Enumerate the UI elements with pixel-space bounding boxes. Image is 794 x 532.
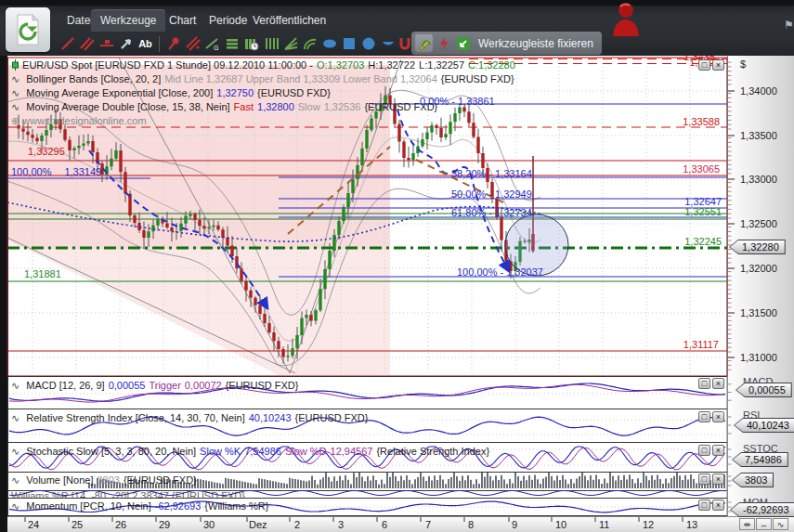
time-tick: 8 bbox=[468, 519, 474, 530]
macd-restore-button[interactable]: □ bbox=[698, 378, 710, 389]
fib-label: 0,00% - 1,33861 bbox=[420, 96, 495, 107]
flag-icon[interactable]: ⚑ bbox=[784, 19, 794, 32]
axis-tick: 1,31000 bbox=[740, 352, 777, 363]
toolbar-separator bbox=[159, 36, 160, 52]
axis-tick: 1,33000 bbox=[740, 174, 777, 185]
current-price-tag: 1,32280 bbox=[729, 240, 786, 254]
time-tick: 7 bbox=[425, 519, 431, 530]
indicator-icon: ∿ bbox=[11, 474, 20, 486]
momentum-header: ∿ Momentum [PCR, 10, Nein]-62,92693{Will… bbox=[11, 500, 272, 513]
volume-close-button[interactable]: × bbox=[712, 474, 724, 485]
tradesignal-window: EUR/USD Spot [EURUSD FXD 1 Stunde] 09.12… bbox=[0, 0, 794, 532]
floating-toolbar-tab: Werkzeugleiste fixieren bbox=[411, 32, 602, 55]
indicator-icon: ∿ bbox=[11, 446, 20, 457]
time-tick: 11 bbox=[599, 519, 609, 530]
account-area: ✉ Posteingang ★ Favoriten ▾ bbox=[594, 0, 794, 39]
menu-werkzeuge[interactable]: Werkzeuge bbox=[91, 9, 165, 32]
pan-button[interactable]: ↔ bbox=[756, 518, 772, 530]
time-zones-tool-icon[interactable] bbox=[241, 34, 261, 54]
retracement-tool-icon[interactable] bbox=[222, 34, 241, 54]
menu-chart[interactable]: Chart bbox=[160, 9, 205, 32]
pushpin-tool-icon[interactable] bbox=[163, 34, 183, 54]
dock-toolbar-icon[interactable] bbox=[453, 33, 473, 53]
time-tick: 13 bbox=[686, 519, 697, 530]
indicator-icon: ∿ bbox=[11, 101, 20, 112]
fib-label: 100,00% - 1,32037 bbox=[457, 266, 543, 278]
fan-tool-icon[interactable] bbox=[280, 34, 300, 54]
trendline-tool-icon[interactable] bbox=[58, 34, 77, 54]
axis-tick: 1,31500 bbox=[740, 307, 777, 318]
stochastic-value-tag: 7,54986 bbox=[732, 452, 788, 467]
macd-close-button[interactable]: × bbox=[712, 378, 724, 389]
zoom-horizontal-button[interactable]: ⇹ bbox=[739, 518, 755, 530]
app-icon[interactable] bbox=[6, 7, 50, 52]
level-label: 1,32245 bbox=[684, 236, 722, 247]
time-tick: 25 bbox=[72, 519, 83, 530]
arc-shape-icon[interactable] bbox=[378, 34, 397, 54]
rsi-restore-button[interactable]: □ bbox=[698, 411, 710, 422]
time-tick: 2 bbox=[294, 519, 300, 530]
volume-header: ∿ Volume [None]3803{EURUSD FXD} bbox=[11, 474, 201, 487]
magnet-tool-icon[interactable] bbox=[395, 33, 414, 53]
ellipse-shape-icon[interactable] bbox=[319, 34, 339, 54]
momentum-restore-button[interactable]: □ bbox=[698, 500, 710, 511]
time-tick: 30 bbox=[203, 519, 215, 530]
stochastic-header: ∿ Stochastic Slow [5, 3, 3, 80, 20, Nein… bbox=[11, 446, 493, 458]
williams-header-clipped: Williams %R [14, -80, -20] 2,38347 {EURU… bbox=[11, 490, 717, 498]
ma-double-header: ∿ Moving Average Double [Close, 15, 38, … bbox=[11, 101, 441, 112]
time-tick: 3 bbox=[338, 519, 344, 530]
axis-tick: 1,32500 bbox=[740, 218, 777, 229]
rsi-close-button[interactable]: × bbox=[712, 411, 724, 422]
horizontal-line-tool-icon[interactable] bbox=[97, 34, 116, 54]
level-label: 1,33295 bbox=[28, 146, 65, 157]
level-label: 1,31881 bbox=[24, 268, 61, 279]
momentum-close-button[interactable]: × bbox=[712, 500, 724, 511]
fib-label: 61,80% - 1,32734 bbox=[451, 207, 532, 218]
parallel-lines-tool-icon[interactable] bbox=[77, 34, 97, 54]
volume-restore-button[interactable]: □ bbox=[698, 474, 710, 485]
level-label: 1,31117 bbox=[683, 339, 719, 350]
vertical-lines-tool-icon[interactable] bbox=[261, 34, 280, 54]
rsi-value-tag: 40,10243 bbox=[734, 418, 794, 433]
menu-veroeffentlichen[interactable]: Veröffentlichen bbox=[243, 9, 335, 32]
fix-toolbar-label[interactable]: Werkzeugleiste fixieren bbox=[478, 37, 593, 50]
time-tick: 10 bbox=[555, 519, 566, 530]
arcs-tool-icon[interactable] bbox=[300, 34, 319, 54]
lightning-tool-icon[interactable] bbox=[434, 33, 453, 53]
fib-label: 38,20% - 1,33164 bbox=[451, 168, 532, 179]
bollinger-header: ∿ Bollinger Bands [Close, 20, 2]Mid Line… bbox=[11, 73, 518, 84]
stochastic-close-button[interactable]: × bbox=[712, 445, 724, 456]
indicator-icon: ∿ bbox=[11, 87, 20, 98]
gann-line-tool-icon[interactable]: G bbox=[202, 34, 222, 54]
titlebar: Datei Werkzeuge Chart Periode Veröffentl… bbox=[0, 0, 794, 56]
indicator-icon: ∿ bbox=[11, 412, 20, 423]
time-tick: 6 bbox=[382, 519, 387, 530]
text-tool-icon[interactable]: Ab bbox=[136, 34, 155, 54]
time-tick: 29 bbox=[159, 519, 170, 530]
time-tick: 24 bbox=[28, 519, 39, 530]
time-tick: 26 bbox=[115, 519, 126, 530]
watermark: ⊕ www.tradesignalonline.com bbox=[11, 115, 147, 126]
freehand-pencil-tool-icon[interactable] bbox=[414, 33, 434, 53]
hatch-tool-icon[interactable] bbox=[183, 34, 202, 54]
avatar[interactable] bbox=[608, 1, 644, 38]
time-tick: 12 bbox=[643, 519, 654, 530]
curve-mode-button[interactable]: ∿ bbox=[773, 518, 788, 530]
svg-text:G: G bbox=[214, 45, 218, 51]
pane-close-button[interactable]: × bbox=[712, 59, 724, 71]
time-tick: 9 bbox=[512, 519, 517, 530]
pane-restore-button[interactable]: □ bbox=[698, 59, 710, 71]
rsi-header: ∿ Relative Strength Index [Close, 14, 30… bbox=[11, 412, 371, 424]
axis-tick: 1,34000 bbox=[740, 85, 777, 97]
stochastic-restore-button[interactable]: □ bbox=[698, 445, 710, 456]
axis-currency: $ bbox=[740, 58, 746, 70]
circle-shape-icon[interactable] bbox=[358, 34, 378, 54]
macd-header: ∿ MACD [12, 26, 9]0,00055Trigger0,00072{… bbox=[11, 380, 302, 392]
time-tick: Dez bbox=[249, 519, 267, 530]
fib-label: 50,00% - 1,32949 bbox=[451, 188, 532, 200]
axis-tick: 1,33500 bbox=[740, 130, 777, 141]
rectangle-shape-icon[interactable] bbox=[339, 34, 358, 54]
quote-line: EUR/USD Spot [EURUSD FXD 1 Stunde] 09.12… bbox=[11, 59, 519, 71]
pointer-tool-icon[interactable] bbox=[116, 34, 136, 54]
momentum-value-tag: -62,92693 bbox=[730, 502, 794, 517]
